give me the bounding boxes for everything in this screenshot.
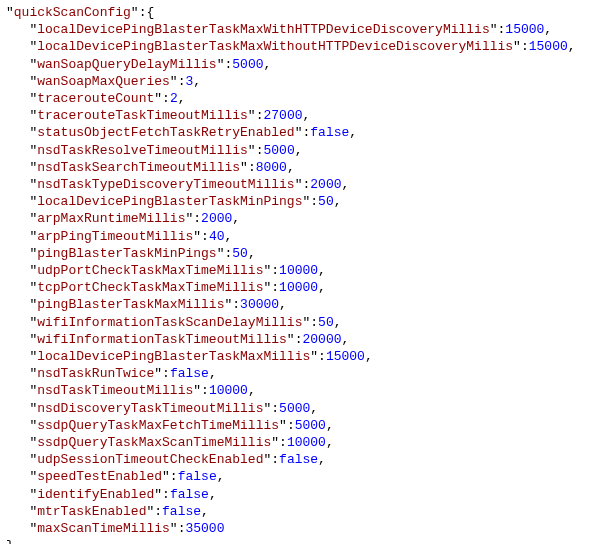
json-number: 35000	[185, 521, 224, 536]
json-key: mtrTaskEnabled	[37, 504, 146, 519]
json-number: 5000	[232, 57, 263, 72]
punct: "	[170, 521, 178, 536]
punct: :	[154, 504, 162, 519]
punct: ,	[201, 504, 209, 519]
punct: "	[490, 22, 498, 37]
punct: ,	[224, 229, 232, 244]
punct: :	[287, 418, 295, 433]
json-number: 15000	[529, 39, 568, 54]
json-key: maxScanTimeMillis	[37, 521, 170, 536]
json-key: wifiInformationTaskScanDelayMillis	[37, 315, 302, 330]
punct: ,	[568, 39, 576, 54]
punct: "	[154, 487, 162, 502]
json-number: 5000	[263, 143, 294, 158]
json-key: localDevicePingBlasterTaskMaxWithHTTPDev…	[37, 22, 489, 37]
punct: :	[162, 91, 170, 106]
punct: :	[310, 315, 318, 330]
json-number: 10000	[209, 383, 248, 398]
json-number: 10000	[279, 263, 318, 278]
punct: "	[170, 74, 178, 89]
json-number: 2000	[310, 177, 341, 192]
json-boolean: false	[162, 504, 201, 519]
punct: "	[154, 366, 162, 381]
punct: "	[310, 349, 318, 364]
punct: "	[287, 332, 295, 347]
punct: "	[162, 469, 170, 484]
punct: }	[6, 538, 14, 544]
json-number: 30000	[240, 297, 279, 312]
punct: :	[170, 469, 178, 484]
json-boolean: false	[170, 366, 209, 381]
json-key: localDevicePingBlasterTaskMaxWithoutHTTP…	[37, 39, 513, 54]
json-boolean: false	[170, 487, 209, 502]
punct: :	[521, 39, 529, 54]
json-key: speedTestEnabled	[37, 469, 162, 484]
json-key: nsdTaskTypeDiscoveryTimeoutMillis	[37, 177, 294, 192]
json-key: nsdDiscoveryTaskTimeoutMillis	[37, 401, 263, 416]
punct: :	[318, 349, 326, 364]
punct: ,	[14, 538, 22, 544]
json-key: ssdpQueryTaskMaxScanTimeMillis	[37, 435, 271, 450]
punct: ,	[209, 366, 217, 381]
punct: ,	[287, 160, 295, 175]
json-key: tracerouteTaskTimeoutMillis	[37, 108, 248, 123]
json-key: tcpPortCheckTaskMaxTimeMillis	[37, 280, 263, 295]
json-number: 20000	[302, 332, 341, 347]
punct: "	[248, 143, 256, 158]
json-number: 2000	[201, 211, 232, 226]
punct: ,	[365, 349, 373, 364]
json-key: localDevicePingBlasterTaskMaxMillis	[37, 349, 310, 364]
punct: ,	[217, 469, 225, 484]
json-number: 10000	[287, 435, 326, 450]
punct: :	[193, 211, 201, 226]
punct: "	[193, 229, 201, 244]
json-key: ssdpQueryTaskMaxFetchTimeMillis	[37, 418, 279, 433]
json-boolean: false	[279, 452, 318, 467]
punct: "	[240, 160, 248, 175]
json-key: nsdTaskResolveTimeoutMillis	[37, 143, 248, 158]
json-number: 15000	[505, 22, 544, 37]
punct: ,	[326, 418, 334, 433]
punct: "	[193, 383, 201, 398]
json-key: nsdTaskTimeoutMillis	[37, 383, 193, 398]
punct: :	[279, 435, 287, 450]
punct: ,	[303, 108, 311, 123]
json-number: 10000	[279, 280, 318, 295]
punct: :	[232, 297, 240, 312]
json-key: wifiInformationTaskTimeoutMillis	[37, 332, 287, 347]
punct: ,	[349, 125, 357, 140]
json-key: udpPortCheckTaskMaxTimeMillis	[37, 263, 263, 278]
json-number: 50	[318, 194, 334, 209]
punct: "	[131, 5, 139, 20]
punct: :	[162, 366, 170, 381]
punct: ,	[248, 383, 256, 398]
punct: ,	[232, 211, 240, 226]
punct: ,	[544, 22, 552, 37]
punct: ,	[318, 452, 326, 467]
punct: ,	[326, 435, 334, 450]
punct: :	[271, 280, 279, 295]
punct: :	[162, 487, 170, 502]
json-key: wanSoapMaxQueries	[37, 74, 170, 89]
punct: ,	[334, 315, 342, 330]
json-number: 27000	[263, 108, 302, 123]
json-number: 5000	[279, 401, 310, 416]
json-key: tracerouteCount	[37, 91, 154, 106]
json-key: arpMaxRuntimeMillis	[37, 211, 185, 226]
json-key: identifyEnabled	[37, 487, 154, 502]
punct: ,	[193, 74, 201, 89]
punct: :	[271, 452, 279, 467]
json-key: arpPingTimeoutMillis	[37, 229, 193, 244]
punct: "	[279, 418, 287, 433]
punct: ,	[318, 263, 326, 278]
json-code-block: "quickScanConfig":{ "localDevicePingBlas…	[0, 0, 611, 544]
punct: ,	[178, 91, 186, 106]
json-number: 50	[318, 315, 334, 330]
json-key: localDevicePingBlasterTaskMinPings	[37, 194, 302, 209]
json-key: nsdTaskSearchTimeoutMillis	[37, 160, 240, 175]
punct: ,	[279, 297, 287, 312]
json-key: nsdTaskRunTwice	[37, 366, 154, 381]
json-key: wanSoapQueryDelayMillis	[37, 57, 216, 72]
json-number: 40	[209, 229, 225, 244]
json-number: 8000	[256, 160, 287, 175]
